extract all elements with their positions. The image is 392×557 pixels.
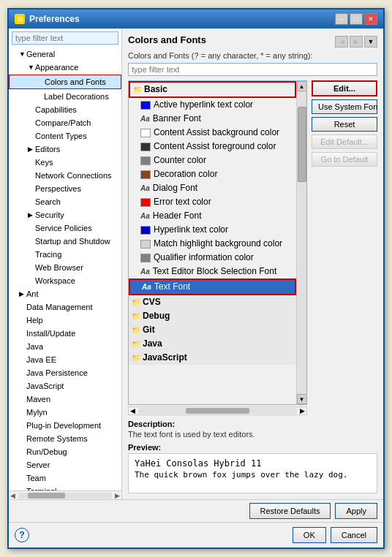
sidebar-item-web-browser[interactable]: Web Browser (9, 261, 121, 274)
sidebar-item-appearance[interactable]: ▼ Appearance (9, 61, 121, 74)
restore-defaults-button[interactable]: Restore Defaults (249, 503, 331, 519)
category-git[interactable]: 📁 Git (129, 323, 296, 337)
list-item-dialog-font[interactable]: Aa Dialog Font (129, 181, 296, 195)
sidebar-item-label-decorations[interactable]: Label Decorations (9, 90, 121, 103)
sidebar-scroll-thumb (28, 493, 65, 499)
sidebar-item-search[interactable]: Search (9, 195, 121, 208)
category-basic[interactable]: 📁 Basic (129, 81, 296, 98)
aa-icon: Aa (140, 182, 150, 194)
list-item-qualifier[interactable]: Qualifier information color (129, 251, 296, 265)
sidebar-scroll-track (18, 493, 112, 499)
item-label: Counter color (154, 154, 206, 167)
sidebar-item-java-ee[interactable]: Java EE (9, 353, 121, 366)
category-debug[interactable]: 📁 Debug (129, 309, 296, 323)
sidebar-item-label: Install/Update (26, 327, 75, 339)
go-to-default-button[interactable]: Go to Default (312, 152, 377, 167)
edit-default-button[interactable]: Edit Default... (312, 134, 377, 149)
scroll-left-btn[interactable]: ◀ (9, 492, 17, 499)
sidebar-item-install[interactable]: Install/Update (9, 327, 121, 340)
scroll-up-btn[interactable]: ▲ (297, 81, 307, 91)
hscroll-right[interactable]: ▶ (298, 407, 306, 414)
sidebar-item-content-types[interactable]: Content Types (9, 129, 121, 143)
category-javascript[interactable]: 📁 JavaScript (129, 351, 296, 365)
sidebar-hscroll[interactable]: ◀ ▶ (9, 490, 121, 499)
back-button[interactable]: ◀ (335, 36, 348, 48)
sidebar-item-security[interactable]: ▶ Security (9, 208, 121, 221)
sidebar-filter-input[interactable] (12, 31, 118, 45)
minimize-button[interactable]: ─ (335, 13, 348, 25)
list-item-counter[interactable]: Counter color (129, 154, 296, 167)
list-item-content-assist-fg[interactable]: Content Assist foreground color (129, 140, 296, 154)
close-button[interactable]: ✕ (364, 13, 377, 25)
sidebar-item-capabilities[interactable]: Capabilities (9, 103, 121, 116)
list-item-text-font[interactable]: Aa Text Font (129, 278, 296, 295)
apply-button[interactable]: Apply (335, 503, 377, 519)
sidebar-item-editors[interactable]: ▶ Editors (9, 143, 121, 156)
sidebar-item-remote[interactable]: Remote Systems (9, 432, 121, 445)
scroll-down-btn[interactable]: ▼ (297, 394, 307, 404)
sidebar-item-label: Service Policies (35, 222, 92, 234)
sidebar-item-label: Label Decorations (44, 91, 109, 102)
sidebar-item-terminal[interactable]: Terminal (9, 485, 121, 490)
sidebar-item-network[interactable]: Network Connections (9, 169, 121, 182)
sidebar-item-tracing[interactable]: Tracing (9, 248, 121, 261)
edit-button[interactable]: Edit... (312, 80, 377, 96)
sidebar-item-java-persistence[interactable]: Java Persistence (9, 366, 121, 379)
use-system-font-button[interactable]: Use System Font (312, 99, 377, 114)
dropdown-button[interactable]: ▼ (364, 36, 377, 48)
list-item-decoration[interactable]: Decoration color (129, 167, 296, 181)
description-text: The text font is used by text editors. (128, 430, 377, 439)
sidebar-item-service-policies[interactable]: Service Policies (9, 221, 121, 235)
sidebar-item-general[interactable]: ▼ General (9, 48, 121, 61)
colors-fonts-filter-input[interactable] (128, 63, 377, 76)
sidebar-item-colors-fonts[interactable]: Colors and Fonts (9, 75, 121, 89)
list-item-hyperlink[interactable]: Hyperlink text color (129, 223, 296, 237)
cancel-button[interactable]: Cancel (331, 527, 377, 543)
sidebar-item-java[interactable]: Java (9, 340, 121, 353)
color-list: 📁 Basic Active hyperlink text color (129, 81, 296, 404)
scroll-right-btn[interactable]: ▶ (113, 492, 121, 499)
preview-box: YaHei Consolas Hybrid 11 The quick brown… (128, 453, 377, 493)
sidebar-item-workspace[interactable]: Workspace (9, 274, 121, 287)
sidebar-item-label: Appearance (35, 61, 78, 73)
list-item-content-assist-bg[interactable]: Content Assist background color (129, 126, 296, 140)
sidebar-item-label: Search (35, 196, 61, 208)
sidebar-item-ant[interactable]: ▶ Ant (9, 287, 121, 300)
hscroll-thumb (186, 408, 249, 414)
category-label: Java (143, 338, 162, 350)
list-item-text-editor-block[interactable]: Aa Text Editor Block Selection Font (129, 265, 296, 278)
sidebar-item-help[interactable]: Help (9, 314, 121, 327)
forward-button[interactable]: ▶ (350, 36, 363, 48)
list-item-header-font[interactable]: Aa Header Font (129, 209, 296, 223)
sidebar-item-javascript[interactable]: JavaScript (9, 379, 121, 393)
sidebar-item-mylyn[interactable]: Mylyn (9, 406, 121, 419)
category-java[interactable]: 📁 Java (129, 337, 296, 351)
scroll-track (297, 91, 307, 394)
list-item-error-text[interactable]: Error text color (129, 195, 296, 209)
category-cvs[interactable]: 📁 CVS (129, 295, 296, 309)
list-item-active-hyperlink[interactable]: Active hyperlink text color (129, 98, 296, 112)
hscroll-left[interactable]: ◀ (129, 407, 137, 414)
list-item-banner-font[interactable]: Aa Banner Font (129, 112, 296, 126)
ok-button[interactable]: OK (293, 527, 326, 543)
item-label: Text Editor Block Selection Font (153, 265, 276, 278)
sidebar-item-maven[interactable]: Maven (9, 393, 121, 406)
help-button[interactable]: ? (15, 528, 29, 542)
color-list-hscroll[interactable]: ◀ ▶ (128, 406, 307, 415)
list-item-match-highlight[interactable]: Match highlight background color (129, 237, 296, 251)
color-swatch (140, 143, 151, 151)
sidebar-item-run-debug[interactable]: Run/Debug (9, 445, 121, 458)
sidebar-item-server[interactable]: Server (9, 458, 121, 471)
sidebar-item-label: Team (26, 472, 46, 484)
sidebar-item-team[interactable]: Team (9, 471, 121, 485)
sidebar-item-label: Data Management (26, 301, 93, 313)
reset-button[interactable]: Reset (312, 117, 377, 132)
maximize-button[interactable]: □ (350, 13, 363, 25)
sidebar-item-compare[interactable]: Compare/Patch (9, 116, 121, 129)
sidebar-item-keys[interactable]: Keys (9, 156, 121, 169)
sidebar-item-data-mgmt[interactable]: Data Management (9, 300, 121, 314)
sidebar-item-plugin[interactable]: Plug-in Development (9, 419, 121, 432)
sidebar-item-startup[interactable]: Startup and Shutdow (9, 235, 121, 248)
color-swatch (140, 156, 151, 165)
sidebar-item-perspectives[interactable]: Perspectives (9, 182, 121, 195)
